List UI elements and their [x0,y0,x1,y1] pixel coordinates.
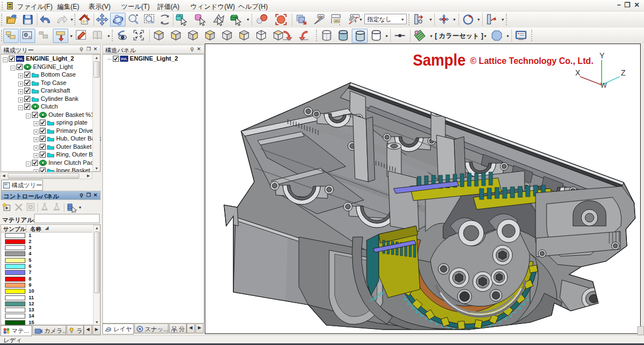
svg-text:XVL: XVL [121,57,127,61]
svg-text:X: X [575,68,581,77]
svg-text:W: W [601,82,607,89]
svg-text:XVL: XVL [17,57,24,61]
svg-text:Y: Y [599,51,605,60]
svg-text:Z: Z [621,68,626,77]
svg-text:© Lattice Technology Co., Ltd.: © Lattice Technology Co., Ltd. [470,56,593,66]
svg-text:Sample: Sample [413,51,466,69]
